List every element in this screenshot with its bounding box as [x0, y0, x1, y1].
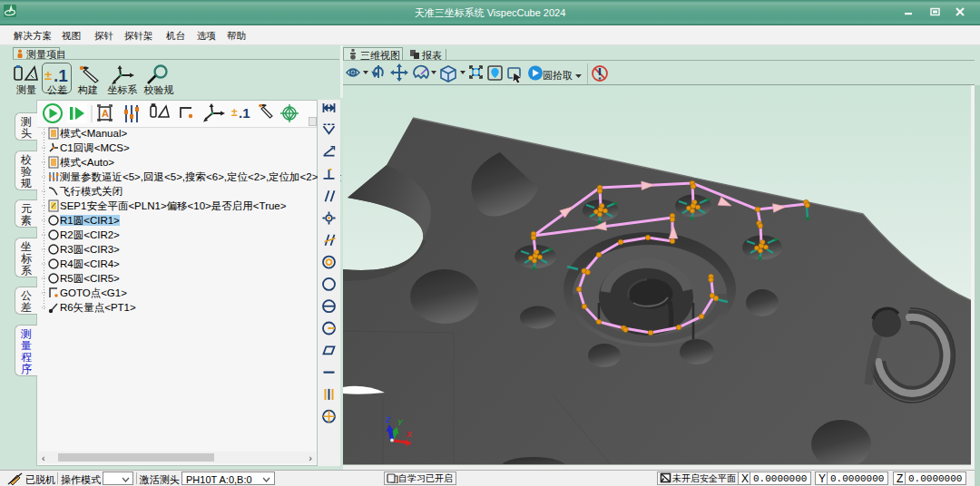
svg-text:.1: .1 [54, 66, 68, 84]
svg-text:±: ± [231, 106, 238, 119]
svg-text:A: A [102, 108, 109, 119]
svg-text:.1: .1 [239, 105, 250, 121]
svg-text:Z: Z [385, 415, 391, 424]
svg-text:±: ± [44, 67, 52, 83]
